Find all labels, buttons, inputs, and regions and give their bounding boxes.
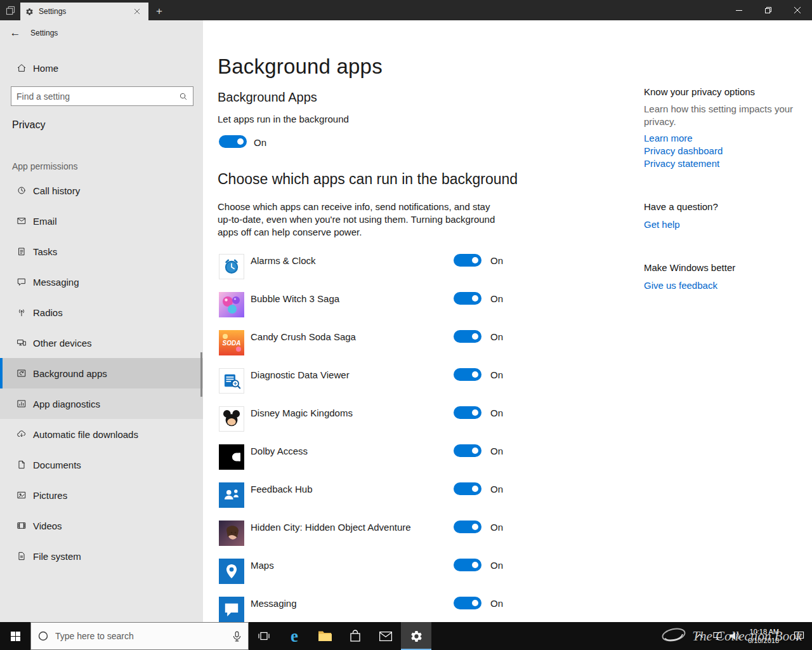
tab-title: Settings bbox=[39, 7, 66, 16]
get-help-link[interactable]: Get help bbox=[644, 218, 802, 231]
privacy-dashboard-link[interactable]: Privacy dashboard bbox=[644, 145, 802, 157]
app-row-bubble-witch-3-saga: Bubble Witch 3 SagaOn bbox=[218, 289, 547, 327]
file-downloads-icon bbox=[16, 429, 27, 439]
app-toggle-state: On bbox=[490, 293, 503, 304]
toggle-knob bbox=[237, 138, 244, 145]
sidebar-item-call-history[interactable]: Call history bbox=[0, 175, 203, 206]
home-icon bbox=[16, 63, 27, 73]
cortana-icon[interactable] bbox=[31, 630, 55, 642]
sidebar-item-home[interactable]: Home bbox=[0, 53, 203, 83]
new-tab-button[interactable]: + bbox=[148, 3, 170, 20]
question-links: Get help bbox=[644, 218, 802, 231]
app-name: Alarms & Clock bbox=[251, 255, 316, 266]
have-question-block: Have a question? Get help bbox=[644, 201, 802, 231]
app-row-candy-crush-soda-saga: SODACandy Crush Soda SagaOn bbox=[218, 327, 547, 365]
app-toggle-state: On bbox=[490, 408, 503, 418]
action-center-icon[interactable] bbox=[785, 622, 812, 650]
tab-close-icon[interactable] bbox=[131, 5, 143, 18]
speaker-icon[interactable] bbox=[726, 622, 744, 650]
background-app-list: Alarms & ClockOnBubble Witch 3 SagaOnSOD… bbox=[218, 251, 547, 622]
sidebar-item-email[interactable]: Email bbox=[0, 206, 203, 236]
taskbar-file-explorer-button[interactable] bbox=[310, 622, 340, 650]
sidebar-scrollbar-thumb[interactable] bbox=[200, 352, 202, 397]
taskbar-task-view-button[interactable] bbox=[249, 622, 279, 650]
ethernet-icon[interactable] bbox=[709, 622, 726, 650]
main-toggle-state: On bbox=[254, 137, 266, 148]
close-button[interactable] bbox=[783, 0, 812, 20]
taskbar-mail-button[interactable] bbox=[370, 622, 401, 650]
start-button[interactable] bbox=[0, 622, 30, 650]
taskbar-store-button[interactable] bbox=[340, 622, 370, 650]
sidebar-item-other-devices[interactable]: Other devices bbox=[0, 328, 203, 358]
choose-apps-heading: Choose which apps can run in the backgro… bbox=[218, 171, 518, 188]
sidebar-nav-list: Call historyEmailTasksMessagingRadiosOth… bbox=[0, 175, 203, 571]
sidebar-item-radios[interactable]: Radios bbox=[0, 297, 203, 328]
hidden-icons-chevron-icon[interactable] bbox=[691, 622, 709, 650]
tray-icon-group bbox=[691, 622, 744, 650]
let-apps-run-toggle[interactable] bbox=[219, 135, 247, 148]
messaging-toggle[interactable] bbox=[454, 597, 481, 609]
sidebar-item-videos[interactable]: Videos bbox=[0, 510, 203, 541]
messaging-icon bbox=[16, 277, 27, 287]
toggle-knob bbox=[472, 448, 478, 454]
choose-apps-description: Choose which apps can receive info, send… bbox=[218, 201, 504, 239]
taskbar-edge-button[interactable]: e bbox=[279, 622, 310, 650]
sidebar-item-pictures[interactable]: Pictures bbox=[0, 480, 203, 510]
sidebar-item-label: Home bbox=[33, 63, 58, 74]
sidebar-item-background-apps[interactable]: Background apps bbox=[0, 358, 203, 388]
minimize-button[interactable] bbox=[724, 0, 754, 20]
app-row-hidden-city-hidden-object-adventure: Hidden City: Hidden Object AdventureOn bbox=[218, 517, 547, 555]
app-name: Feedback Hub bbox=[251, 484, 313, 494]
app-name: Messaging bbox=[251, 598, 297, 609]
selected-accent-bar bbox=[0, 358, 3, 388]
titlebar: Settings + bbox=[0, 0, 812, 20]
clock-date: 6/10/2018 bbox=[748, 636, 779, 645]
alarms-clock-toggle[interactable] bbox=[454, 254, 481, 267]
maps-icon bbox=[219, 559, 244, 584]
diagnostic-data-viewer-toggle[interactable] bbox=[454, 368, 481, 381]
back-arrow-icon[interactable]: ← bbox=[0, 27, 30, 39]
taskbar-search-input[interactable] bbox=[55, 623, 225, 649]
sidebar-item-automatic-file-downloads[interactable]: Automatic file downloads bbox=[0, 419, 203, 449]
sidebar-item-label: Other devices bbox=[33, 338, 92, 348]
tab-settings[interactable]: Settings bbox=[20, 3, 148, 20]
category-title: Privacy bbox=[12, 119, 45, 131]
find-setting-input[interactable] bbox=[11, 87, 174, 105]
candy-crush-icon: SODA bbox=[219, 330, 244, 355]
back-row: ← Settings bbox=[0, 22, 58, 44]
search-icon[interactable] bbox=[174, 91, 193, 102]
taskbar-settings-button[interactable] bbox=[401, 622, 431, 650]
hidden-city-hidden-object-adventure-toggle[interactable] bbox=[454, 521, 481, 533]
sidebar-item-messaging[interactable]: Messaging bbox=[0, 267, 203, 297]
file-system-icon bbox=[16, 551, 27, 561]
app-toggle-state: On bbox=[490, 331, 503, 342]
sidebar-item-documents[interactable]: Documents bbox=[0, 449, 203, 480]
privacy-statement-link[interactable]: Privacy statement bbox=[644, 157, 802, 170]
learn-more-link[interactable]: Learn more bbox=[644, 132, 802, 145]
disney-magic-kingdoms-toggle[interactable] bbox=[454, 406, 481, 419]
microphone-icon[interactable] bbox=[225, 631, 248, 642]
sidebar: ← Settings Home Privacy App permissions … bbox=[0, 20, 203, 622]
dolby-access-toggle[interactable] bbox=[454, 444, 481, 457]
settings-gear-icon bbox=[25, 8, 34, 16]
sidebar-item-tasks[interactable]: Tasks bbox=[0, 236, 203, 267]
candy-crush-soda-saga-toggle[interactable] bbox=[454, 330, 481, 343]
app-name: Dolby Access bbox=[251, 446, 308, 456]
windows-logo-icon bbox=[11, 632, 20, 641]
sidebar-item-file-system[interactable]: File system bbox=[0, 541, 203, 571]
window-tabs-icon[interactable] bbox=[0, 0, 20, 20]
app-toggle-state: On bbox=[490, 560, 503, 571]
app-name: Candy Crush Soda Saga bbox=[251, 331, 356, 342]
app-row-maps: MapsOn bbox=[218, 555, 547, 594]
sidebar-item-app-diagnostics[interactable]: App diagnostics bbox=[0, 388, 203, 419]
hidden-city-icon bbox=[219, 521, 244, 546]
toggle-knob bbox=[472, 333, 478, 340]
feedback-hub-toggle[interactable] bbox=[454, 482, 481, 495]
maps-toggle[interactable] bbox=[454, 559, 481, 571]
settings-search-box bbox=[11, 86, 193, 106]
taskbar-clock[interactable]: 10:18 AM 6/10/2018 bbox=[744, 627, 785, 645]
app-toggle-state: On bbox=[490, 369, 503, 380]
restore-button[interactable] bbox=[754, 0, 783, 20]
give-us-feedback-link[interactable]: Give us feedback bbox=[644, 279, 802, 292]
bubble-witch-3-saga-toggle[interactable] bbox=[454, 292, 481, 305]
